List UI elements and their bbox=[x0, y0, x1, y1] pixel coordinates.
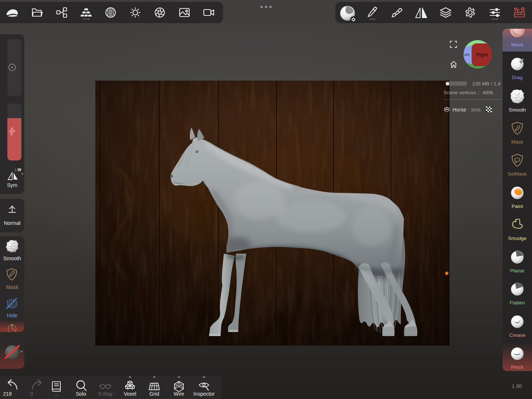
svg-text:Crease: Crease bbox=[509, 332, 525, 338]
svg-text:Drag: Drag bbox=[512, 75, 522, 80]
svg-text:Move: Move bbox=[511, 42, 523, 47]
svg-text:Right: Right bbox=[476, 52, 488, 57]
svg-text:ont: ont bbox=[464, 53, 469, 57]
svg-text:Flatten: Flatten bbox=[510, 300, 525, 306]
svg-text:Paint: Paint bbox=[512, 204, 523, 209]
svg-text:SelMask: SelMask bbox=[508, 171, 527, 177]
svg-text:Smudge: Smudge bbox=[508, 236, 526, 241]
svg-text:Mask: Mask bbox=[511, 139, 524, 145]
svg-text:Smooth: Smooth bbox=[509, 107, 526, 113]
svg-text:Pinch: Pinch bbox=[511, 364, 524, 370]
svg-text:Planar: Planar bbox=[510, 268, 525, 273]
